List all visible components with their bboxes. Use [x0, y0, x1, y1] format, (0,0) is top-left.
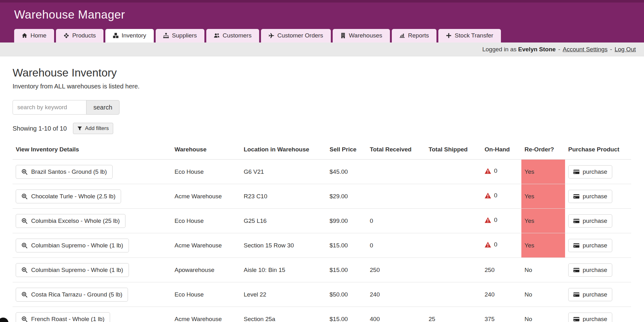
filter-icon — [77, 126, 82, 131]
reorder-cell: Yes — [521, 209, 565, 233]
tab-label: Stock Transfer — [455, 32, 493, 39]
purchase-button[interactable]: purchase — [568, 313, 612, 322]
column-header-location-in-warehouse: Location in Warehouse — [241, 142, 326, 160]
view-details-cell: Columbian Supremo - Whole (1 lb) — [13, 233, 171, 258]
search-plus-icon — [21, 218, 28, 224]
on-hand-value-wrap: 0 — [485, 241, 497, 248]
on-hand-cell: 240 — [481, 282, 521, 307]
total-received-cell: 0 — [367, 209, 425, 233]
sell-price-cell: $29.00 — [326, 184, 367, 209]
table-row: French Roast - Whole (1 lb)Acme Warehous… — [13, 307, 631, 322]
purchase-label: purchase — [583, 267, 607, 274]
total-shipped-cell — [425, 233, 481, 258]
product-name: Brazil Santos - Ground (5 lb) — [31, 168, 107, 175]
location-cell: R23 C10 — [241, 184, 326, 209]
view-details-button[interactable]: Columbia Excelso - Whole (25 lb) — [16, 214, 125, 228]
purchase-cell: purchase — [565, 282, 631, 307]
tab-home[interactable]: Home — [14, 29, 54, 42]
account-settings-link[interactable]: Account Settings — [563, 46, 608, 53]
column-header-sell-price: Sell Price — [326, 142, 367, 160]
credit-card-icon — [573, 242, 580, 249]
nav-tabs: HomeProductsInventorySuppliersCustomersC… — [12, 29, 644, 42]
tab-products[interactable]: Products — [56, 29, 103, 42]
page-title: Warehouse Inventory — [13, 66, 631, 79]
credit-card-icon — [573, 193, 580, 200]
column-header-purchase-product: Purchase Product — [565, 142, 631, 160]
purchase-button[interactable]: purchase — [568, 263, 612, 277]
warehouse-cell: Acme Warehouse — [171, 184, 241, 209]
tab-label: Reports — [408, 32, 429, 39]
bar-chart-icon — [399, 33, 405, 38]
plane-icon — [269, 33, 274, 38]
search-plus-icon — [21, 242, 28, 249]
on-hand-cell: 0 — [481, 233, 521, 258]
on-hand-value-wrap: 250 — [485, 267, 495, 274]
column-header-re-order: Re-Order? — [521, 142, 565, 160]
warehouse-cell: Acme Warehouse — [171, 233, 241, 258]
sell-price-cell: $15.00 — [326, 233, 367, 258]
purchase-button[interactable]: purchase — [568, 288, 612, 301]
tab-stock-transfer[interactable]: Stock Transfer — [438, 29, 501, 42]
credit-card-icon — [573, 169, 580, 175]
product-name: Costa Rica Tarrazu - Ground (5 lb) — [31, 291, 122, 298]
on-hand-value-wrap: 240 — [485, 291, 495, 298]
purchase-cell: purchase — [565, 233, 631, 258]
product-name: Chocolate Turle - Whole (2.5 lb) — [31, 193, 115, 200]
purchase-label: purchase — [583, 316, 607, 322]
log-out-link[interactable]: Log Out — [614, 46, 636, 53]
purchase-button[interactable]: purchase — [568, 214, 612, 228]
column-header-total-received: Total Received — [367, 142, 425, 160]
purchase-button[interactable]: purchase — [568, 190, 612, 203]
view-details-button[interactable]: Costa Rica Tarrazu - Ground (5 lb) — [16, 288, 128, 302]
tab-inventory[interactable]: Inventory — [105, 29, 154, 42]
view-details-button[interactable]: Chocolate Turle - Whole (2.5 lb) — [16, 189, 121, 203]
purchase-button[interactable]: purchase — [568, 239, 612, 252]
view-details-cell: French Roast - Whole (1 lb) — [13, 307, 171, 322]
tab-suppliers[interactable]: Suppliers — [156, 29, 204, 42]
search-plus-icon — [21, 193, 28, 200]
purchase-cell: purchase — [565, 184, 631, 209]
tab-label: Suppliers — [172, 32, 197, 39]
top-accent-strip — [0, 0, 644, 3]
search-button[interactable]: search — [86, 100, 119, 115]
search-plus-icon — [21, 316, 28, 322]
view-details-cell: Costa Rica Tarrazu - Ground (5 lb) — [13, 282, 171, 307]
plus-icon — [446, 33, 452, 38]
add-filters-button[interactable]: Add filters — [73, 123, 113, 134]
reorder-cell: No — [521, 282, 565, 307]
purchase-label: purchase — [583, 217, 607, 224]
location-cell: G25 L16 — [241, 209, 326, 233]
sell-price-cell: $15.00 — [326, 307, 367, 322]
location-cell: G6 V21 — [241, 160, 326, 184]
search-input[interactable] — [13, 100, 86, 115]
total-received-cell: 400 — [367, 307, 425, 322]
on-hand-value: 0 — [494, 167, 497, 174]
warehouse-cell: Eco House — [171, 209, 241, 233]
search-plus-icon — [21, 267, 28, 273]
building-icon — [340, 33, 346, 38]
showing-count-text: Showing 1-10 of 10 — [13, 125, 67, 132]
tab-customers[interactable]: Customers — [206, 29, 259, 42]
purchase-label: purchase — [583, 168, 607, 175]
view-details-button[interactable]: Columbian Supremo - Whole (1 lb) — [16, 263, 129, 277]
warning-icon — [485, 241, 491, 248]
table-row: Chocolate Turle - Whole (2.5 lb)Acme War… — [13, 184, 631, 209]
search-plus-icon — [21, 291, 28, 298]
product-name: Columbian Supremo - Whole (1 lb) — [31, 267, 123, 274]
inventory-table-header: View Inventory DetailsWarehouseLocation … — [13, 142, 631, 160]
reorder-cell: No — [521, 307, 565, 322]
view-details-button[interactable]: Brazil Santos - Ground (5 lb) — [16, 165, 113, 179]
view-details-cell: Chocolate Turle - Whole (2.5 lb) — [13, 184, 171, 209]
search-plus-icon — [21, 169, 28, 175]
logged-in-prefix: Logged in as — [482, 46, 517, 53]
tab-customer-orders[interactable]: Customer Orders — [261, 29, 331, 42]
tab-reports[interactable]: Reports — [392, 29, 437, 42]
app-title: Warehouse Manager — [14, 8, 644, 21]
location-cell: Aisle 10: Bin 15 — [241, 258, 326, 282]
view-details-button[interactable]: Columbian Supremo - Whole (1 lb) — [16, 239, 129, 252]
inventory-table: View Inventory DetailsWarehouseLocation … — [13, 142, 631, 322]
purchase-label: purchase — [583, 193, 607, 200]
purchase-button[interactable]: purchase — [568, 165, 612, 178]
view-details-button[interactable]: French Roast - Whole (1 lb) — [16, 312, 110, 322]
tab-warehouses[interactable]: Warehouses — [333, 29, 390, 42]
